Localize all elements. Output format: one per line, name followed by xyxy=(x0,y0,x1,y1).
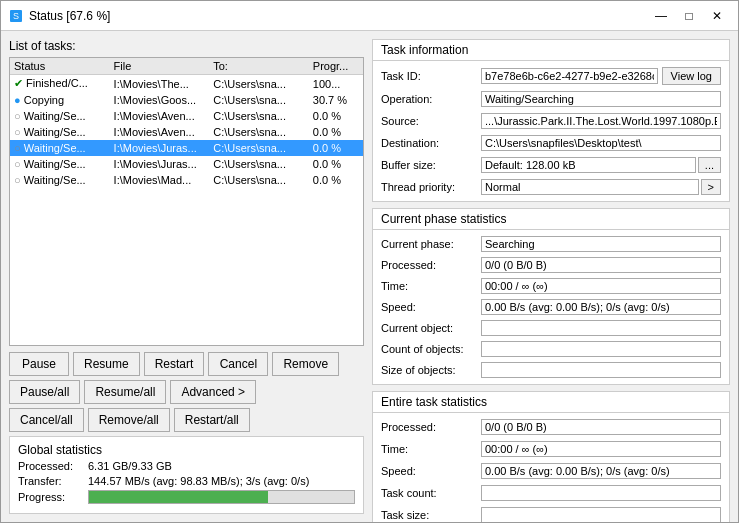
progress-row: Progress: xyxy=(18,490,355,504)
table-row[interactable]: ● Copying I:\Movies\Goos... C:\Users\sna… xyxy=(10,92,363,108)
cell-file: I:\Movies\The... xyxy=(110,75,210,93)
cell-to: C:\Users\sna... xyxy=(209,108,309,124)
entire-time-label: Time: xyxy=(381,441,481,457)
processed-label: Processed: xyxy=(18,460,88,472)
col-status[interactable]: Status xyxy=(10,58,110,75)
phase-speed-input xyxy=(481,299,721,315)
cell-progress: 30.7 % xyxy=(309,92,363,108)
entire-task-size-row xyxy=(481,505,721,522)
app-icon: S xyxy=(9,9,23,23)
source-label: Source: xyxy=(381,113,481,129)
current-phase-section: Current phase statistics Current phase: … xyxy=(372,208,730,385)
entire-task-section: Entire task statistics Processed: Time: … xyxy=(372,391,730,522)
phase-count-input xyxy=(481,341,721,357)
pause-all-button[interactable]: Pause/all xyxy=(9,380,80,404)
resume-all-button[interactable]: Resume/all xyxy=(84,380,166,404)
phase-time-row xyxy=(481,276,721,296)
table-row[interactable]: ○ Waiting/Se... I:\Movies\Aven... C:\Use… xyxy=(10,124,363,140)
col-progress[interactable]: Progr... xyxy=(309,58,363,75)
cell-file: I:\Movies\Juras... xyxy=(110,140,210,156)
thread-options-button[interactable]: > xyxy=(701,179,721,195)
cell-to: C:\Users\sna... xyxy=(209,156,309,172)
phase-obj-label: Current object: xyxy=(381,320,481,336)
phase-processed-label: Processed: xyxy=(381,257,481,273)
cell-status: ○ Waiting/Se... xyxy=(10,124,110,140)
task-id-input[interactable] xyxy=(481,68,658,84)
progress-bar xyxy=(88,490,355,504)
table-row[interactable]: ○ Waiting/Se... I:\Movies\Juras... C:\Us… xyxy=(10,140,363,156)
cell-progress: 0.0 % xyxy=(309,172,363,188)
col-file[interactable]: File xyxy=(110,58,210,75)
close-button[interactable]: ✕ xyxy=(704,6,730,26)
cell-status: ○ Waiting/Se... xyxy=(10,156,110,172)
main-window: S Status [67.6 %] — □ ✕ List of tasks: S… xyxy=(0,0,739,523)
operation-label: Operation: xyxy=(381,91,481,107)
restart-button[interactable]: Restart xyxy=(144,352,205,376)
advanced-button[interactable]: Advanced > xyxy=(170,380,256,404)
cancel-all-button[interactable]: Cancel/all xyxy=(9,408,84,432)
buffer-value-row: ... xyxy=(481,155,721,175)
cell-to: C:\Users\sna... xyxy=(209,75,309,93)
source-input xyxy=(481,113,721,129)
cell-progress: 100... xyxy=(309,75,363,93)
phase-time-input xyxy=(481,278,721,294)
task-table-container[interactable]: Status File To: Progr... ✔ Finished/C...… xyxy=(9,57,364,346)
cell-to: C:\Users\sna... xyxy=(209,124,309,140)
restart-all-button[interactable]: Restart/all xyxy=(174,408,250,432)
table-row[interactable]: ○ Waiting/Se... I:\Movies\Mad... C:\User… xyxy=(10,172,363,188)
entire-task-title: Entire task statistics xyxy=(373,392,729,413)
entire-processed-input xyxy=(481,419,721,435)
table-row[interactable]: ○ Waiting/Se... I:\Movies\Juras... C:\Us… xyxy=(10,156,363,172)
remove-all-button[interactable]: Remove/all xyxy=(88,408,170,432)
cancel-button[interactable]: Cancel xyxy=(208,352,268,376)
phase-count-row xyxy=(481,339,721,359)
operation-value-row xyxy=(481,89,721,109)
phase-processed-input xyxy=(481,257,721,273)
buffer-options-button[interactable]: ... xyxy=(698,157,721,173)
content-area: List of tasks: Status File To: Progr... … xyxy=(1,31,738,522)
view-log-button[interactable]: View log xyxy=(662,67,721,85)
progress-bar-fill xyxy=(89,491,268,503)
phase-label: Current phase: xyxy=(381,236,481,252)
left-panel: List of tasks: Status File To: Progr... … xyxy=(9,39,364,514)
thread-input xyxy=(481,179,699,195)
cell-file: I:\Movies\Aven... xyxy=(110,108,210,124)
phase-size-input xyxy=(481,362,721,378)
cell-file: I:\Movies\Juras... xyxy=(110,156,210,172)
cell-file: I:\Movies\Aven... xyxy=(110,124,210,140)
title-bar-controls: — □ ✕ xyxy=(648,6,730,26)
maximize-button[interactable]: □ xyxy=(676,6,702,26)
destination-input xyxy=(481,135,721,151)
minimize-button[interactable]: — xyxy=(648,6,674,26)
list-label: List of tasks: xyxy=(9,39,364,53)
pause-button[interactable]: Pause xyxy=(9,352,69,376)
cell-progress: 0.0 % xyxy=(309,140,363,156)
phase-time-label: Time: xyxy=(381,278,481,294)
phase-value-row xyxy=(481,234,721,254)
destination-label: Destination: xyxy=(381,135,481,151)
task-table: Status File To: Progr... ✔ Finished/C...… xyxy=(10,58,363,188)
button-row-1: Pause Resume Restart Cancel Remove xyxy=(9,352,364,376)
remove-button[interactable]: Remove xyxy=(272,352,339,376)
table-row[interactable]: ○ Waiting/Se... I:\Movies\Aven... C:\Use… xyxy=(10,108,363,124)
entire-processed-label: Processed: xyxy=(381,419,481,435)
svg-text:S: S xyxy=(13,11,19,21)
cell-status: ● Copying xyxy=(10,92,110,108)
phase-count-label: Count of objects: xyxy=(381,341,481,357)
task-info-grid: Task ID: View log Operation: Source: Des… xyxy=(373,61,729,201)
transfer-value: 144.57 MB/s (avg: 98.83 MB/s); 3/s (avg:… xyxy=(88,475,309,487)
cell-to: C:\Users\sna... xyxy=(209,172,309,188)
entire-time-row xyxy=(481,439,721,459)
entire-processed-row xyxy=(481,417,721,437)
destination-value-row xyxy=(481,133,721,153)
col-to[interactable]: To: xyxy=(209,58,309,75)
processed-row: Processed: 6.31 GB/9.33 GB xyxy=(18,460,355,472)
current-phase-title: Current phase statistics xyxy=(373,209,729,230)
phase-obj-row xyxy=(481,318,721,338)
window-title: Status [67.6 %] xyxy=(29,9,110,23)
table-row[interactable]: ✔ Finished/C... I:\Movies\The... C:\User… xyxy=(10,75,363,93)
thread-value-row: > xyxy=(481,177,721,197)
transfer-row: Transfer: 144.57 MB/s (avg: 98.83 MB/s);… xyxy=(18,475,355,487)
resume-button[interactable]: Resume xyxy=(73,352,140,376)
task-info-title: Task information xyxy=(373,40,729,61)
